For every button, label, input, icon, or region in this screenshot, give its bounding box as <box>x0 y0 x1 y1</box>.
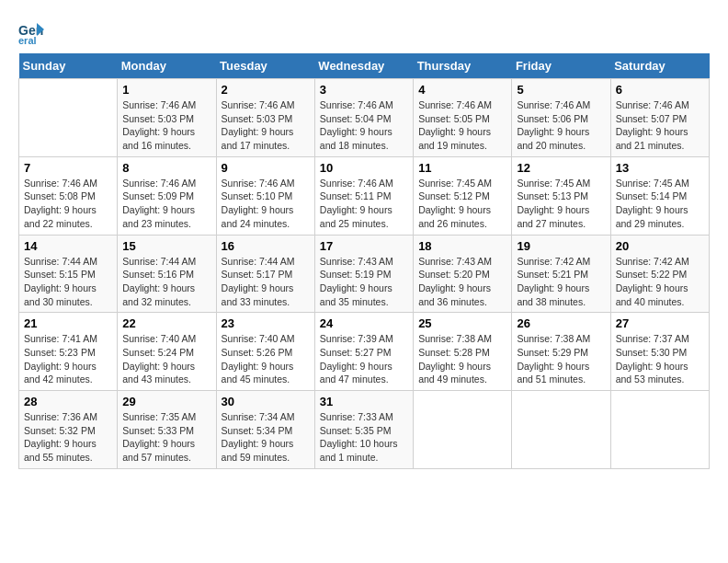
logo: Gen eral <box>18 18 48 44</box>
calendar-cell: 28Sunrise: 7:36 AMSunset: 5:32 PMDayligh… <box>19 391 118 469</box>
day-detail: Sunrise: 7:46 AMSunset: 5:03 PMDaylight:… <box>122 98 210 153</box>
calendar-table: SundayMondayTuesdayWednesdayThursdayFrid… <box>18 53 710 469</box>
calendar-week-row: 7Sunrise: 7:46 AMSunset: 5:08 PMDaylight… <box>19 156 710 235</box>
day-detail: Sunrise: 7:44 AMSunset: 5:15 PMDaylight:… <box>24 255 112 309</box>
day-number: 14 <box>24 239 112 253</box>
day-detail: Sunrise: 7:46 AMSunset: 5:05 PMDaylight:… <box>418 98 506 153</box>
calendar-cell: 18Sunrise: 7:43 AMSunset: 5:20 PMDayligh… <box>414 235 512 313</box>
day-detail: Sunrise: 7:33 AMSunset: 5:35 PMDaylight:… <box>320 410 408 465</box>
day-detail: Sunrise: 7:36 AMSunset: 5:32 PMDaylight:… <box>24 410 112 465</box>
calendar-cell: 15Sunrise: 7:44 AMSunset: 5:16 PMDayligh… <box>118 235 216 313</box>
day-header-friday: Friday <box>512 53 610 79</box>
day-number: 1 <box>122 83 210 97</box>
calendar-cell: 13Sunrise: 7:45 AMSunset: 5:14 PMDayligh… <box>610 156 709 235</box>
calendar-cell <box>610 391 709 469</box>
day-number: 17 <box>320 239 408 253</box>
calendar-cell: 16Sunrise: 7:44 AMSunset: 5:17 PMDayligh… <box>216 235 314 313</box>
day-number: 2 <box>222 83 310 97</box>
day-detail: Sunrise: 7:46 AMSunset: 5:03 PMDaylight:… <box>222 98 310 153</box>
calendar-cell: 24Sunrise: 7:39 AMSunset: 5:27 PMDayligh… <box>314 313 413 391</box>
day-detail: Sunrise: 7:45 AMSunset: 5:14 PMDaylight:… <box>616 177 704 231</box>
calendar-cell: 3Sunrise: 7:46 AMSunset: 5:04 PMDaylight… <box>314 79 413 157</box>
calendar-cell: 25Sunrise: 7:38 AMSunset: 5:28 PMDayligh… <box>414 313 512 391</box>
day-number: 12 <box>517 161 605 175</box>
calendar-cell: 6Sunrise: 7:46 AMSunset: 5:07 PMDaylight… <box>610 79 709 157</box>
logo-icon: Gen eral <box>18 18 44 44</box>
day-detail: Sunrise: 7:40 AMSunset: 5:26 PMDaylight:… <box>222 332 310 386</box>
day-detail: Sunrise: 7:46 AMSunset: 5:06 PMDaylight:… <box>517 98 605 153</box>
calendar-cell: 11Sunrise: 7:45 AMSunset: 5:12 PMDayligh… <box>414 156 512 235</box>
day-detail: Sunrise: 7:44 AMSunset: 5:16 PMDaylight:… <box>122 255 210 309</box>
day-number: 28 <box>24 395 112 408</box>
calendar-cell: 10Sunrise: 7:46 AMSunset: 5:11 PMDayligh… <box>314 156 413 235</box>
day-detail: Sunrise: 7:34 AMSunset: 5:34 PMDaylight:… <box>222 410 310 465</box>
calendar-week-row: 1Sunrise: 7:46 AMSunset: 5:03 PMDaylight… <box>19 79 710 157</box>
day-number: 26 <box>517 316 605 330</box>
day-detail: Sunrise: 7:38 AMSunset: 5:29 PMDaylight:… <box>517 332 605 386</box>
day-detail: Sunrise: 7:35 AMSunset: 5:33 PMDaylight:… <box>122 410 210 465</box>
day-number: 7 <box>24 161 112 175</box>
calendar-cell: 2Sunrise: 7:46 AMSunset: 5:03 PMDaylight… <box>216 79 314 157</box>
calendar-cell: 14Sunrise: 7:44 AMSunset: 5:15 PMDayligh… <box>19 235 118 313</box>
day-detail: Sunrise: 7:43 AMSunset: 5:20 PMDaylight:… <box>418 255 506 309</box>
day-detail: Sunrise: 7:40 AMSunset: 5:24 PMDaylight:… <box>122 332 210 386</box>
day-header-thursday: Thursday <box>414 53 512 79</box>
day-number: 18 <box>418 239 506 253</box>
calendar-cell: 26Sunrise: 7:38 AMSunset: 5:29 PMDayligh… <box>512 313 610 391</box>
day-number: 8 <box>122 161 210 175</box>
day-header-sunday: Sunday <box>19 53 118 79</box>
calendar-cell: 30Sunrise: 7:34 AMSunset: 5:34 PMDayligh… <box>216 391 314 469</box>
calendar-cell <box>19 79 118 157</box>
calendar-cell: 22Sunrise: 7:40 AMSunset: 5:24 PMDayligh… <box>118 313 216 391</box>
page-header: Gen eral <box>18 18 710 44</box>
calendar-cell: 21Sunrise: 7:41 AMSunset: 5:23 PMDayligh… <box>19 313 118 391</box>
calendar-cell: 9Sunrise: 7:46 AMSunset: 5:10 PMDaylight… <box>216 156 314 235</box>
day-detail: Sunrise: 7:41 AMSunset: 5:23 PMDaylight:… <box>24 332 112 386</box>
calendar-cell: 31Sunrise: 7:33 AMSunset: 5:35 PMDayligh… <box>314 391 413 469</box>
day-number: 5 <box>517 83 605 97</box>
day-number: 21 <box>24 316 112 330</box>
day-header-monday: Monday <box>118 53 216 79</box>
calendar-cell: 17Sunrise: 7:43 AMSunset: 5:19 PMDayligh… <box>314 235 413 313</box>
calendar-cell: 5Sunrise: 7:46 AMSunset: 5:06 PMDaylight… <box>512 79 610 157</box>
day-header-tuesday: Tuesday <box>216 53 314 79</box>
day-detail: Sunrise: 7:43 AMSunset: 5:19 PMDaylight:… <box>320 255 408 309</box>
day-number: 15 <box>122 239 210 253</box>
day-detail: Sunrise: 7:46 AMSunset: 5:04 PMDaylight:… <box>320 98 408 153</box>
day-header-wednesday: Wednesday <box>314 53 413 79</box>
day-number: 13 <box>616 161 704 175</box>
calendar-cell: 19Sunrise: 7:42 AMSunset: 5:21 PMDayligh… <box>512 235 610 313</box>
day-detail: Sunrise: 7:46 AMSunset: 5:09 PMDaylight:… <box>122 177 210 231</box>
day-number: 10 <box>320 161 408 175</box>
day-detail: Sunrise: 7:46 AMSunset: 5:07 PMDaylight:… <box>616 98 704 153</box>
day-header-saturday: Saturday <box>610 53 709 79</box>
day-number: 29 <box>122 395 210 408</box>
day-number: 4 <box>418 83 506 97</box>
calendar-cell <box>512 391 610 469</box>
day-detail: Sunrise: 7:45 AMSunset: 5:13 PMDaylight:… <box>517 177 605 231</box>
day-detail: Sunrise: 7:42 AMSunset: 5:21 PMDaylight:… <box>517 255 605 309</box>
day-detail: Sunrise: 7:38 AMSunset: 5:28 PMDaylight:… <box>418 332 506 386</box>
calendar-cell: 23Sunrise: 7:40 AMSunset: 5:26 PMDayligh… <box>216 313 314 391</box>
calendar-cell: 27Sunrise: 7:37 AMSunset: 5:30 PMDayligh… <box>610 313 709 391</box>
calendar-cell: 8Sunrise: 7:46 AMSunset: 5:09 PMDaylight… <box>118 156 216 235</box>
day-detail: Sunrise: 7:39 AMSunset: 5:27 PMDaylight:… <box>320 332 408 386</box>
day-detail: Sunrise: 7:37 AMSunset: 5:30 PMDaylight:… <box>616 332 704 386</box>
day-detail: Sunrise: 7:46 AMSunset: 5:11 PMDaylight:… <box>320 177 408 231</box>
day-number: 23 <box>222 316 310 330</box>
svg-text:eral: eral <box>18 35 37 44</box>
day-number: 19 <box>517 239 605 253</box>
calendar-cell <box>414 391 512 469</box>
calendar-cell: 29Sunrise: 7:35 AMSunset: 5:33 PMDayligh… <box>118 391 216 469</box>
day-detail: Sunrise: 7:42 AMSunset: 5:22 PMDaylight:… <box>616 255 704 309</box>
calendar-week-row: 28Sunrise: 7:36 AMSunset: 5:32 PMDayligh… <box>19 391 710 469</box>
calendar-cell: 20Sunrise: 7:42 AMSunset: 5:22 PMDayligh… <box>610 235 709 313</box>
day-number: 3 <box>320 83 408 97</box>
day-number: 11 <box>418 161 506 175</box>
day-detail: Sunrise: 7:45 AMSunset: 5:12 PMDaylight:… <box>418 177 506 231</box>
calendar-cell: 12Sunrise: 7:45 AMSunset: 5:13 PMDayligh… <box>512 156 610 235</box>
calendar-cell: 7Sunrise: 7:46 AMSunset: 5:08 PMDaylight… <box>19 156 118 235</box>
day-number: 25 <box>418 316 506 330</box>
day-number: 6 <box>616 83 704 97</box>
calendar-week-row: 21Sunrise: 7:41 AMSunset: 5:23 PMDayligh… <box>19 313 710 391</box>
